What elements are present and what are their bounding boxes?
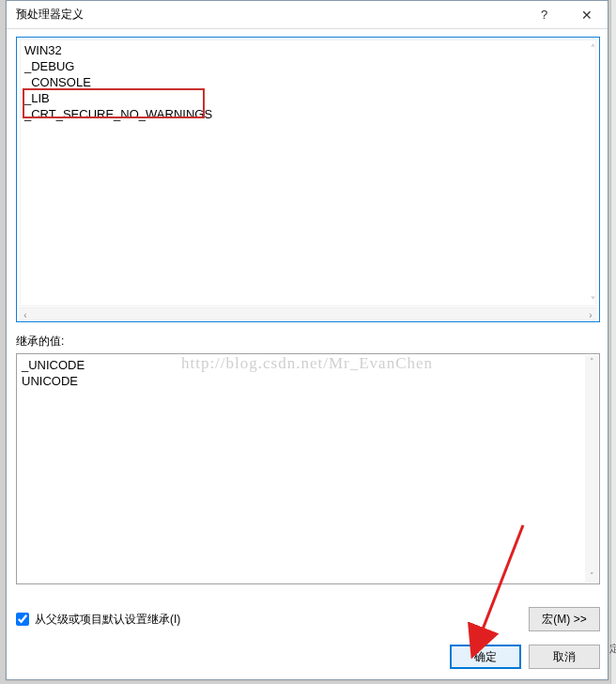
inherited-values-box: _UNICODE UNICODE ˄ ˅: [16, 353, 600, 584]
bg-char: 定: [609, 642, 616, 656]
titlebar: 预处理器定义 ? ✕: [7, 1, 608, 29]
macro-button[interactable]: 宏(M) >>: [529, 607, 600, 631]
help-icon: ?: [541, 8, 547, 22]
close-button[interactable]: ✕: [565, 1, 608, 29]
scroll-right-icon[interactable]: ›: [584, 308, 597, 321]
definition-line[interactable]: WIN32: [24, 42, 592, 58]
inherited-values-text: _UNICODE UNICODE: [20, 357, 584, 581]
definition-line[interactable]: _CRT_SECURE_NO_WARNINGS: [24, 106, 592, 122]
vertical-scrollbar[interactable]: ˄ ˅: [585, 355, 598, 583]
cancel-button[interactable]: 取消: [529, 645, 600, 669]
dialog-title: 预处理器定义: [7, 7, 523, 23]
macro-button-label: 宏(M) >>: [542, 612, 586, 628]
close-icon: ✕: [581, 8, 593, 23]
preprocessor-definitions-dialog: 预处理器定义 ? ✕ WIN32 _DEBUG _CONSOLE _LIB _C…: [6, 0, 608, 680]
help-button[interactable]: ?: [523, 1, 565, 29]
dialog-body: WIN32 _DEBUG _CONSOLE _LIB _CRT_SECURE_N…: [7, 29, 608, 678]
inherited-values-label: 继承的值:: [16, 334, 598, 350]
horizontal-scrollbar[interactable]: ‹ ›: [19, 307, 597, 320]
inherited-line: _UNICODE: [22, 357, 582, 373]
definition-line[interactable]: _LIB: [24, 90, 592, 106]
ok-button-label: 确定: [474, 649, 497, 665]
scroll-up-icon[interactable]: ˄: [585, 355, 598, 368]
inherit-checkbox-wrap[interactable]: 从父级或项目默认设置继承(I): [16, 612, 180, 628]
scroll-down-icon[interactable]: ˅: [585, 569, 598, 583]
definition-line[interactable]: _DEBUG: [24, 58, 592, 74]
background-window-edge: 定: [610, 0, 616, 684]
cancel-button-label: 取消: [553, 649, 576, 665]
scroll-left-icon[interactable]: ‹: [19, 308, 32, 321]
inherit-checkbox-label[interactable]: 从父级或项目默认设置继承(I): [35, 612, 180, 628]
action-row: 确定 取消: [16, 645, 600, 669]
definitions-text[interactable]: WIN32 _DEBUG _CONSOLE _LIB _CRT_SECURE_N…: [20, 39, 596, 306]
inherited-line: UNICODE: [22, 373, 582, 389]
definition-line[interactable]: _CONSOLE: [24, 74, 592, 90]
options-row: 从父级或项目默认设置继承(I) 宏(M) >>: [16, 607, 600, 631]
definitions-editor[interactable]: WIN32 _DEBUG _CONSOLE _LIB _CRT_SECURE_N…: [16, 37, 600, 322]
ok-button[interactable]: 确定: [450, 645, 521, 669]
inherit-checkbox[interactable]: [16, 613, 29, 626]
